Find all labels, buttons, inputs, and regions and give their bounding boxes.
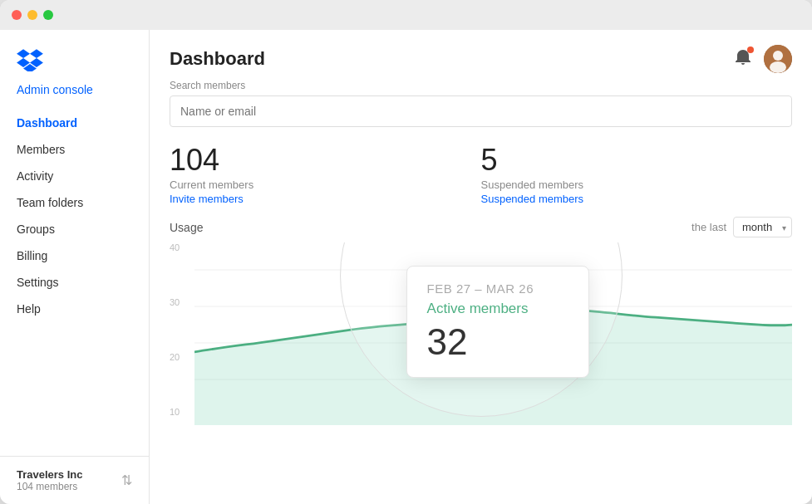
stats-row: 104 Current members Invite members 5 Sus… <box>150 139 812 217</box>
sidebar-item-help[interactable]: Help <box>0 296 149 322</box>
org-row: Travelers Inc 104 members ⇅ <box>17 468 132 492</box>
search-input[interactable] <box>170 95 792 127</box>
stat-number-suspended: 5 <box>481 145 793 175</box>
org-name: Travelers Inc <box>17 468 83 481</box>
period-select-wrapper[interactable]: month week year ▾ <box>733 217 792 237</box>
sidebar: Admin console Dashboard Members Activity… <box>0 30 150 504</box>
stat-number-members: 104 <box>170 145 481 175</box>
chart-y-labels: 40 30 20 10 <box>170 242 194 425</box>
chart-filter: the last month week year ▾ <box>691 217 792 237</box>
sidebar-item-members[interactable]: Members <box>0 136 149 163</box>
sidebar-item-groups[interactable]: Groups <box>0 216 149 242</box>
sidebar-footer: Travelers Inc 104 members ⇅ <box>0 456 149 504</box>
chart-title: Usage <box>170 221 203 234</box>
tooltip-metric: Active members <box>427 301 568 317</box>
period-select[interactable]: month week year <box>733 217 792 237</box>
chart-header: Usage the last month week year ▾ <box>170 217 792 237</box>
sidebar-logo <box>0 30 149 80</box>
stat-block-members: 104 Current members Invite members <box>170 145 481 205</box>
page-title: Dashboard <box>170 48 265 70</box>
chart-area: 40 30 20 10 <box>170 242 792 425</box>
sidebar-item-billing[interactable]: Billing <box>0 242 149 269</box>
sidebar-item-dashboard[interactable]: Dashboard <box>0 110 149 136</box>
svg-point-2 <box>770 61 786 73</box>
sidebar-item-settings[interactable]: Settings <box>0 269 149 296</box>
org-switcher-icon[interactable]: ⇅ <box>121 472 132 488</box>
topbar: Dashboard <box>150 30 812 80</box>
close-dot[interactable] <box>12 10 22 20</box>
tooltip-value: 32 <box>427 324 568 360</box>
search-label: Search members <box>170 80 792 91</box>
main-content: Dashboard <box>150 30 812 504</box>
stat-label-members: Current members <box>170 179 481 191</box>
topbar-actions <box>734 45 792 73</box>
notifications-bell-icon[interactable] <box>734 48 752 70</box>
admin-console-title: Admin console <box>0 80 149 110</box>
stat-label-suspended: Suspended members <box>481 179 793 191</box>
y-label-20: 20 <box>170 352 194 362</box>
sidebar-nav: Dashboard Members Activity Team folders … <box>0 110 149 456</box>
svg-point-1 <box>773 51 783 61</box>
notification-dot <box>747 46 754 53</box>
fullscreen-dot[interactable] <box>43 10 53 20</box>
org-info: Travelers Inc 104 members <box>17 468 83 492</box>
y-label-10: 10 <box>170 407 194 417</box>
titlebar <box>0 0 812 30</box>
tooltip-date: FEB 27 – MAR 26 <box>427 281 568 296</box>
org-members: 104 members <box>17 481 83 492</box>
minimize-dot[interactable] <box>27 10 37 20</box>
search-section: Search members <box>150 80 812 139</box>
suspended-members-link[interactable]: Suspended members <box>481 193 793 205</box>
sidebar-item-team-folders[interactable]: Team folders <box>0 189 149 216</box>
avatar[interactable] <box>764 45 792 73</box>
stat-block-suspended: 5 Suspended members Suspended members <box>481 145 793 205</box>
invite-members-link[interactable]: Invite members <box>170 193 481 205</box>
chart-filter-prefix: the last <box>691 221 726 233</box>
chart-section: Usage the last month week year ▾ <box>150 217 812 504</box>
dropbox-logo-icon <box>17 48 43 71</box>
y-label-30: 30 <box>170 297 194 307</box>
chart-tooltip: FEB 27 – MAR 26 Active members 32 <box>406 266 589 378</box>
y-label-40: 40 <box>170 242 194 252</box>
sidebar-item-activity[interactable]: Activity <box>0 163 149 189</box>
app-window: Admin console Dashboard Members Activity… <box>0 0 812 504</box>
app-body: Admin console Dashboard Members Activity… <box>0 30 812 504</box>
